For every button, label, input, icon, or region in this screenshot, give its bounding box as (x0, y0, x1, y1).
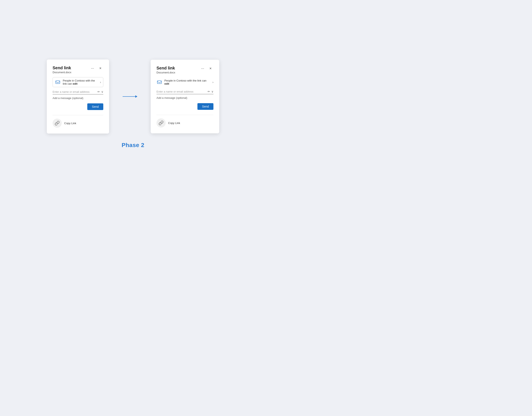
dialog-header-left: Send link Document.docx ··· × (53, 65, 103, 74)
more-button-right[interactable]: ··· (200, 66, 206, 71)
title-group-right: Send link Document.docx (156, 66, 175, 74)
email-input-left[interactable] (53, 90, 96, 93)
message-text-left: Add a message (optional) (53, 97, 103, 100)
permissions-text-left: People in Contoso with the link can edit (63, 79, 98, 85)
dropdown-icon-right[interactable]: ∨ (211, 90, 213, 93)
svg-rect-0 (56, 81, 60, 84)
copy-link-icon-left (53, 119, 62, 128)
dialog-title-left: Send link (53, 65, 71, 70)
permissions-row-left[interactable]: People in Contoso with the link can edit… (53, 77, 103, 87)
permissions-icon-right (156, 79, 162, 85)
pencil-icon-right: ✏ (208, 90, 210, 93)
email-input-right[interactable] (156, 90, 206, 93)
close-button-right[interactable]: × (208, 66, 213, 71)
send-btn-row-right: Send (156, 103, 213, 110)
svg-rect-1 (157, 81, 162, 84)
send-button-right[interactable]: Send (197, 103, 213, 110)
main-container: Send link Document.docx ··· × People in … (47, 59, 219, 149)
dialog-subtitle-right: Document.docx (156, 71, 175, 74)
more-button-left[interactable]: ··· (90, 65, 95, 71)
send-button-left[interactable]: Send (87, 103, 103, 110)
header-actions-left: ··· × (90, 65, 103, 71)
email-input-row-right: ✏ ∨ (156, 90, 213, 94)
arrow-container (122, 96, 138, 97)
email-input-row-left: ✏ ∨ (53, 90, 103, 94)
arrow-right-icon (123, 96, 137, 97)
send-btn-row-left: Send (53, 103, 103, 110)
copy-link-label-left: Copy Link (64, 122, 76, 125)
header-actions-right: ··· × (200, 66, 213, 71)
divider-right (156, 115, 213, 115)
copy-link-section-right[interactable]: Copy Link (156, 118, 213, 128)
close-button-left[interactable]: × (97, 65, 103, 71)
permissions-text-right: People in Contoso with the link can edit (164, 79, 210, 85)
dialog-card-left: Send link Document.docx ··· × People in … (47, 59, 109, 134)
dialog-card-right: Send link Document.docx ··· × People in … (151, 60, 219, 133)
copy-link-label-right: Copy Link (168, 121, 180, 125)
phase-label: Phase 2 (122, 142, 144, 149)
dialog-title-right: Send link (156, 66, 175, 70)
title-group-left: Send link Document.docx (53, 65, 71, 74)
chevron-right-icon-left: › (100, 80, 101, 84)
cards-row: Send link Document.docx ··· × People in … (47, 59, 219, 134)
permissions-icon-left (55, 79, 61, 85)
permissions-row-right[interactable]: People in Contoso with the link can edit… (156, 77, 213, 87)
copy-link-icon-right (156, 118, 166, 128)
dialog-subtitle-left: Document.docx (53, 71, 71, 74)
pencil-icon-left: ✏ (97, 90, 100, 93)
chevron-right-icon-right: › (212, 80, 213, 84)
copy-link-section-left[interactable]: Copy Link (53, 119, 103, 128)
dialog-header-right: Send link Document.docx ··· × (156, 66, 213, 74)
divider-left (53, 115, 103, 115)
message-text-right: Add a message (optional) (156, 96, 213, 99)
dropdown-icon-left[interactable]: ∨ (101, 90, 103, 93)
